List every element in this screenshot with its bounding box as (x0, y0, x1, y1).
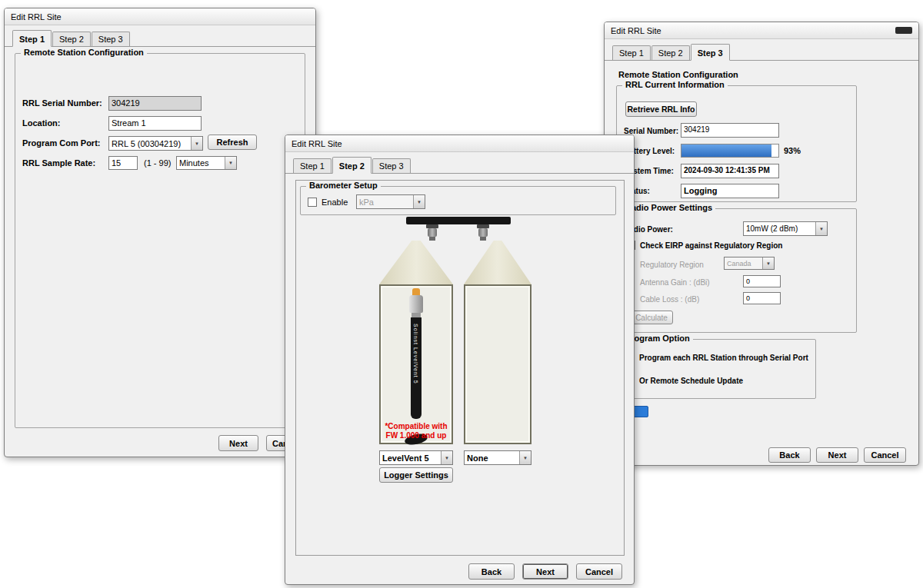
edit-rrl-site-window-step2: Edit RRL Site Step 1 Step 2 Step 3 Barom… (285, 135, 635, 585)
right-logger-select[interactable]: None ▼ (464, 450, 531, 465)
logger-cap (409, 295, 423, 313)
battery-percent: 93% (784, 146, 801, 156)
chevron-down-icon: ▼ (413, 195, 425, 208)
sample-rate-range: (1 - 99) (144, 158, 171, 168)
program-option-group: Program Option (616, 339, 816, 399)
tab-step3[interactable]: Step 3 (691, 44, 730, 61)
chevron-down-icon: ▼ (191, 137, 202, 150)
titlebar[interactable]: Edit RRL Site (5, 8, 315, 25)
cable-loss-label: Cable Loss : (dB) (640, 294, 699, 304)
chevron-down-icon: ▼ (519, 451, 531, 464)
next-button[interactable]: Next (218, 435, 258, 451)
tab-pane (295, 180, 625, 556)
group-title: Barometer Setup (306, 181, 381, 190)
back-button[interactable]: Back (468, 563, 515, 580)
chevron-down-icon: ▼ (441, 451, 452, 464)
window-controls-icon[interactable] (895, 27, 912, 34)
enable-label: Enable (322, 198, 348, 208)
window-title: Edit RRL Site (11, 12, 62, 22)
chevron-down-icon: ▼ (815, 222, 827, 235)
logger-brand-text: Solinst LevelVent 5 (413, 324, 418, 384)
antenna-gain-label: Antenna Gain : (dBi) (640, 277, 710, 287)
wellhead-fitting-left (429, 237, 435, 241)
tab-step1[interactable]: Step 1 (293, 158, 332, 173)
program-remote-label: Or Remote Schedule Update (639, 376, 743, 386)
logger-eyelet (412, 288, 420, 295)
chevron-down-icon: ▼ (225, 157, 236, 169)
wellhead-fitting-right (480, 237, 486, 241)
page-heading: Remote Station Configuration (618, 70, 738, 80)
serial-number-field[interactable]: 304219 (108, 96, 202, 111)
next-button[interactable]: Next (816, 447, 858, 463)
next-button[interactable]: Next (522, 563, 568, 580)
location-field[interactable]: Stream 1 (108, 116, 202, 131)
desktop: Edit RRL Site Step 1 Step 2 Step 3 Remot… (0, 0, 923, 588)
mounting-bar (406, 217, 511, 224)
tab-step3[interactable]: Step 3 (92, 32, 130, 46)
tab-strip: Step 1 Step 2 Step 3 (605, 39, 918, 61)
serial-number-field[interactable]: 304219 (681, 123, 779, 138)
chevron-down-icon: ▼ (762, 257, 774, 269)
sample-rate-label: RRL Sample Rate: (22, 158, 95, 168)
well-left: Solinst LevelVent 5 *Compatible with FW … (379, 284, 453, 444)
back-button[interactable]: Back (768, 447, 811, 463)
radio-power-select[interactable]: 10mW (2 dBm) ▼ (743, 221, 828, 236)
regulatory-region-label: Regulatory Region (640, 260, 704, 270)
group-title: Radio Power Settings (622, 203, 715, 212)
sample-rate-field[interactable]: 15 (108, 156, 138, 170)
serial-number-label: RRL Serial Number: (22, 98, 102, 108)
antenna-gain-field[interactable]: 0 (743, 275, 781, 287)
compat-note-line2: FW 1.000 and up (381, 431, 452, 440)
sample-rate-unit-select[interactable]: Minutes ▼ (176, 156, 237, 170)
wellhead-fitting-right (478, 228, 488, 237)
logger-body: Solinst LevelVent 5 (411, 317, 422, 419)
wellhead-fitting-left (428, 228, 437, 237)
calculate-button[interactable]: Calculate (630, 311, 673, 324)
edit-rrl-site-window-step1: Edit RRL Site Step 1 Step 2 Step 3 Remot… (4, 8, 316, 457)
window-title: Edit RRL Site (292, 139, 342, 148)
cancel-button[interactable]: Cancel (864, 447, 906, 463)
system-time-field[interactable]: 2024-09-30 12:41:35 PM (681, 164, 779, 178)
group-title: Remote Station Configuration (21, 48, 147, 57)
titlebar[interactable]: Edit RRL Site (285, 135, 634, 152)
battery-progress-fill (681, 145, 771, 157)
tab-step3[interactable]: Step 3 (372, 158, 411, 173)
program-serial-label: Program each RRL Station through Serial … (639, 353, 808, 363)
tab-strip: Step 1 Step 2 Step 3 (5, 25, 315, 47)
status-field[interactable]: Logging (681, 184, 779, 198)
tab-strip: Step 1 Step 2 Step 3 (285, 152, 634, 174)
battery-progress (681, 144, 779, 158)
tab-step1[interactable]: Step 1 (612, 45, 651, 60)
tab-step2[interactable]: Step 2 (651, 45, 690, 60)
logger-settings-button[interactable]: Logger Settings (379, 467, 453, 483)
com-port-select[interactable]: RRL 5 (00304219) ▼ (108, 136, 203, 151)
tab-step1[interactable]: Step 1 (12, 30, 52, 47)
cancel-button[interactable]: Cancel (576, 563, 622, 580)
edit-rrl-site-window-step3: Edit RRL Site Step 1 Step 2 Step 3 Remot… (604, 22, 919, 466)
tab-step2[interactable]: Step 2 (332, 157, 372, 174)
titlebar[interactable]: Edit RRL Site (605, 22, 918, 39)
location-label: Location: (22, 118, 61, 128)
com-port-label: Program Com Port: (22, 138, 100, 148)
well-right (464, 284, 531, 444)
barometer-unit-select[interactable]: kPa ▼ (356, 194, 425, 209)
regulatory-region-select[interactable]: Canada ▼ (724, 257, 775, 270)
retrieve-rrl-info-button[interactable]: Retrieve RRL Info (625, 101, 697, 117)
barometer-enable-checkbox[interactable] (308, 198, 317, 207)
tab-step2[interactable]: Step 2 (52, 32, 91, 46)
window-title: Edit RRL Site (611, 26, 661, 35)
cable-loss-field[interactable]: 0 (743, 292, 781, 304)
eirp-label: Check EIRP against Regulatory Region (640, 241, 782, 251)
group-title: RRL Current Information (622, 80, 728, 89)
compat-note-line1: *Compatible with (381, 422, 452, 431)
refresh-button[interactable]: Refresh (208, 135, 257, 150)
left-logger-select[interactable]: LevelVent 5 ▼ (379, 450, 453, 465)
